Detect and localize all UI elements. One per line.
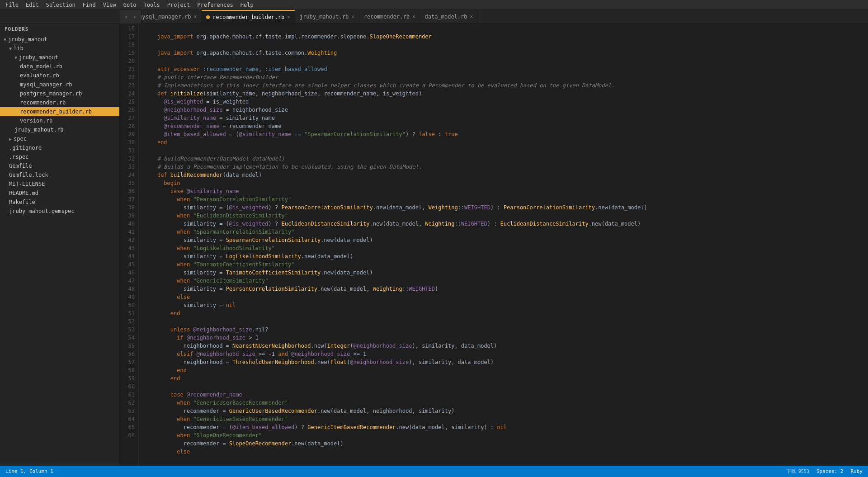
status-right: 下载 9553 Spaces: 2 Ruby: [787, 468, 863, 475]
sidebar-item-rspec-label: .rspec: [9, 154, 28, 160]
sidebar-item-readme-label: README.md: [9, 190, 38, 196]
tab-recommender-builder[interactable]: recommender_builder.rb ✕: [202, 10, 295, 23]
nav-forward[interactable]: ›: [131, 12, 138, 21]
code-wrapper: 1617181920 2122232425 2627282930 3132333…: [120, 24, 868, 466]
menu-file[interactable]: File: [2, 1, 22, 9]
sidebar-item-mysql-manager-label: mysql_manager.rb: [20, 81, 72, 88]
tab-mysql-manager-close[interactable]: ✕: [194, 14, 197, 19]
sidebar-item-version[interactable]: version.rb: [0, 116, 119, 125]
code-content[interactable]: java_import org.apache.mahout.cf.taste.i…: [139, 24, 868, 466]
tab-mysql-manager[interactable]: mysql_manager.rb ✕: [134, 10, 202, 23]
sidebar-item-gemspec[interactable]: jruby_mahout.gemspec: [0, 207, 119, 216]
tab-data-model-label: data_model.rb: [425, 14, 467, 20]
sidebar-item-jruby-mahout-rb[interactable]: jruby_mahout.rb: [0, 125, 119, 134]
tab-mysql-manager-label: mysql_manager.rb: [139, 14, 191, 20]
status-spaces: Spaces: 2: [816, 468, 844, 475]
sidebar-item-version-label: version.rb: [20, 118, 52, 124]
sidebar-item-postgres-manager-label: postgres_manager.rb: [20, 90, 82, 97]
sidebar-item-gemspec-label: jruby_mahout.gemspec: [9, 208, 75, 214]
sidebar-item-data-model[interactable]: data_model.rb: [0, 62, 119, 71]
sidebar-item-lib[interactable]: ▼ lib: [0, 44, 119, 53]
tabbar: ‹ › mysql_manager.rb ✕ recommender_build…: [0, 10, 868, 24]
menu-tools[interactable]: Tools: [140, 1, 164, 9]
menu-help[interactable]: Help: [237, 1, 257, 9]
sidebar-item-gemfile-lock[interactable]: Gemfile.lock: [0, 170, 119, 179]
expand-arrow-jruby: ▼: [14, 55, 17, 60]
sidebar-item-gitignore[interactable]: .gitignore: [0, 143, 119, 152]
sidebar-item-gemfile-lock-label: Gemfile.lock: [9, 172, 48, 178]
menu-edit[interactable]: Edit: [22, 1, 42, 9]
menu-goto[interactable]: Goto: [120, 1, 140, 9]
main-layout: FOLDERS ▼ jruby_mahout ▼ lib ▼ jruby_mah…: [0, 24, 868, 466]
tab-data-model-close[interactable]: ✕: [470, 14, 473, 19]
menu-selection[interactable]: Selection: [42, 1, 79, 9]
sidebar-item-gemfile-label: Gemfile: [9, 163, 32, 169]
status-left: Line 1, Column 1: [5, 468, 53, 474]
sidebar-item-readme[interactable]: README.md: [0, 189, 119, 198]
tab-recommender[interactable]: recommender.rb ✕: [359, 10, 420, 23]
tab-jruby-mahout[interactable]: jruby_mahout.rb ✕: [295, 10, 359, 23]
tab-modified-dot: [206, 15, 210, 19]
sidebar-item-gitignore-label: .gitignore: [9, 145, 42, 151]
status-line-col: Line 1, Column 1: [5, 468, 53, 474]
editor: 1617181920 2122232425 2627282930 3132333…: [120, 24, 868, 466]
sidebar-item-root-label: jruby_mahout: [8, 36, 47, 43]
sidebar-item-rspec[interactable]: .rspec: [0, 152, 119, 161]
tab-recommender-close[interactable]: ✕: [412, 14, 415, 19]
sidebar-item-recommender-label: recommender.rb: [20, 99, 66, 106]
sidebar-item-rakefile-label: Rakefile: [9, 199, 35, 205]
expand-arrow-lib: ▼: [9, 46, 12, 51]
sidebar-item-evaluator[interactable]: evaluator.rb: [0, 71, 119, 80]
menu-view[interactable]: View: [99, 1, 120, 9]
sidebar-item-rakefile[interactable]: Rakefile: [0, 198, 119, 207]
sidebar-item-root[interactable]: ▼ jruby_mahout: [0, 35, 119, 44]
sidebar-item-evaluator-label: evaluator.rb: [20, 72, 59, 79]
watermark: 下载 9553: [787, 468, 809, 475]
sidebar-item-mit-license[interactable]: MIT-LICENSE: [0, 179, 119, 189]
sidebar-item-mysql-manager[interactable]: mysql_manager.rb: [0, 80, 119, 89]
sidebar-item-data-model-label: data_model.rb: [20, 63, 62, 70]
sidebar-item-spec[interactable]: ▶ spec: [0, 134, 119, 143]
sidebar: FOLDERS ▼ jruby_mahout ▼ lib ▼ jruby_mah…: [0, 24, 120, 466]
line-numbers: 1617181920 2122232425 2627282930 3132333…: [120, 24, 139, 466]
tab-jruby-mahout-label: jruby_mahout.rb: [300, 14, 349, 20]
sidebar-item-mit-license-label: MIT-LICENSE: [9, 181, 45, 187]
sidebar-item-recommender-builder[interactable]: recommender_builder.rb: [0, 107, 119, 116]
menu-project[interactable]: Project: [164, 1, 194, 9]
expand-arrow-spec: ▶: [9, 137, 12, 142]
statusbar: Line 1, Column 1 下载 9553 Spaces: 2 Ruby: [0, 466, 868, 477]
sidebar-item-gemfile[interactable]: Gemfile: [0, 161, 119, 170]
menubar: File Edit Selection Find View Goto Tools…: [0, 0, 868, 10]
sidebar-item-jruby-mahout-folder-label: jruby_mahout: [19, 54, 58, 61]
sidebar-item-recommender[interactable]: recommender.rb: [0, 98, 119, 107]
tab-recommender-label: recommender.rb: [364, 14, 410, 20]
sidebar-item-spec-label: spec: [14, 136, 27, 142]
sidebar-item-lib-label: lib: [14, 45, 24, 52]
tab-jruby-mahout-close[interactable]: ✕: [351, 14, 354, 19]
menu-find[interactable]: Find: [79, 1, 99, 9]
sidebar-item-jruby-mahout-folder[interactable]: ▼ jruby_mahout: [0, 53, 119, 62]
tab-data-model[interactable]: data_model.rb ✕: [420, 10, 478, 23]
sidebar-item-jruby-mahout-rb-label: jruby_mahout.rb: [14, 127, 63, 133]
tab-recommender-builder-label: recommender_builder.rb: [212, 14, 284, 20]
sidebar-header: FOLDERS: [0, 24, 119, 35]
sidebar-item-recommender-builder-label: recommender_builder.rb: [20, 109, 92, 115]
tab-recommender-builder-close[interactable]: ✕: [287, 14, 290, 20]
menu-preferences[interactable]: Preferences: [193, 1, 236, 9]
status-language: Ruby: [851, 468, 863, 475]
sidebar-item-postgres-manager[interactable]: postgres_manager.rb: [0, 89, 119, 98]
expand-arrow: ▼: [4, 37, 6, 42]
nav-back[interactable]: ‹: [123, 12, 130, 21]
